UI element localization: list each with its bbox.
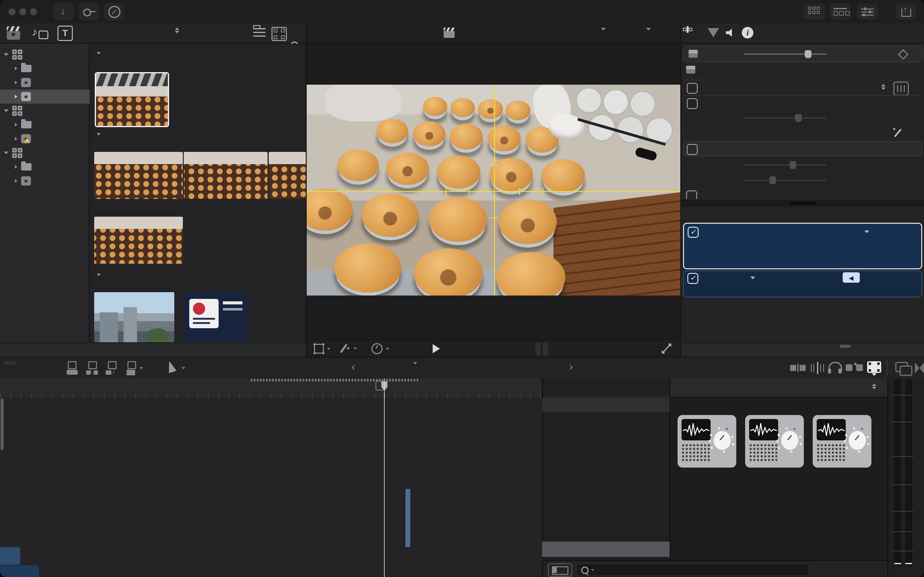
component-checkbox[interactable]: ✓: [688, 227, 699, 238]
mini-audio-meter[interactable]: [543, 343, 548, 355]
clip-appearance-icon[interactable]: [867, 361, 881, 373]
effects-category-modulation[interactable]: [542, 466, 670, 481]
clip-thumbnail[interactable]: [94, 217, 183, 264]
clip-thumbnail-city[interactable]: [94, 292, 174, 342]
tool-dropdown[interactable]: [165, 361, 189, 375]
show-media-icon[interactable]: ♪: [32, 26, 47, 40]
append-edit-button[interactable]: ↓: [106, 361, 118, 375]
sidebar-item-smart-collection-2[interactable]: [0, 118, 103, 132]
overwrite-edit-dropdown[interactable]: [125, 361, 145, 375]
clip-thumbnail[interactable]: [184, 152, 268, 199]
audio-inspector-tab[interactable]: [726, 29, 735, 37]
effects-category-specialized[interactable]: [542, 513, 670, 529]
index-button[interactable]: [4, 361, 16, 365]
clip-thumbnail-metro[interactable]: [184, 292, 247, 342]
volume-slider[interactable]: [744, 53, 827, 55]
browser-toggle-button[interactable]: [803, 4, 825, 19]
keyword-editor-button[interactable]: [79, 3, 99, 20]
effects-category-voice[interactable]: [542, 450, 670, 465]
effects-category-levels[interactable]: [542, 482, 670, 497]
viewer-view-dropdown[interactable]: [643, 28, 651, 31]
voice-amount-slider[interactable]: [744, 118, 826, 119]
disclosure-closed-icon[interactable]: [15, 137, 18, 140]
filmstrip-view-icon[interactable]: [271, 27, 287, 41]
disclosure-open-icon[interactable]: [4, 53, 8, 56]
section-header-date2[interactable]: [96, 273, 110, 277]
music-clip-label[interactable]: [0, 566, 39, 577]
eq-editor-button[interactable]: [893, 82, 909, 96]
sidebar-item-smart-collection-3[interactable]: [0, 160, 103, 174]
effects-content-header[interactable]: [670, 378, 887, 398]
noise-removal-checkbox[interactable]: [686, 190, 697, 199]
transform-tool-dropdown[interactable]: [314, 344, 331, 354]
clip-thumbnail[interactable]: [269, 152, 306, 199]
inspector-toggle-button[interactable]: [857, 4, 878, 19]
section-header-date1[interactable]: [96, 132, 110, 136]
list-view-icon[interactable]: [253, 27, 265, 39]
slider-thumb[interactable]: [769, 176, 776, 184]
playhead[interactable]: [384, 378, 384, 577]
audio-skimming-icon[interactable]: [810, 362, 825, 374]
project-thumbnail[interactable]: [95, 72, 169, 127]
video-inspector-tab[interactable]: [687, 26, 688, 33]
effect-tile-rustleremover[interactable]: [813, 415, 871, 467]
chevron-down-icon[interactable]: [750, 277, 755, 279]
insert-edit-button[interactable]: ↓: [86, 361, 99, 375]
disclosure-closed-icon[interactable]: [15, 95, 18, 98]
viewer-zoom-dropdown[interactable]: [598, 28, 606, 31]
import-media-button[interactable]: ↓: [54, 3, 74, 20]
section-header-projects[interactable]: [96, 52, 110, 55]
retime-dropdown[interactable]: [372, 343, 390, 354]
effects-category-distortion[interactable]: [542, 434, 670, 449]
sidebar-item-event-selected[interactable]: ★: [0, 90, 103, 103]
volume-slider-thumb[interactable]: [805, 50, 811, 58]
timeline-clip-sliver[interactable]: [405, 489, 410, 547]
voice-isolation-checkbox[interactable]: [687, 98, 698, 109]
loudness-amount-slider[interactable]: [744, 164, 826, 166]
effect-tile-echoremover[interactable]: [678, 415, 736, 467]
uniformity-slider[interactable]: [744, 180, 826, 181]
next-project-arrow[interactable]: ›: [569, 361, 573, 372]
sidebar-item-event-2024-06-15[interactable]: ★: [0, 76, 103, 90]
sidebar-item-smart-collection-1[interactable]: [0, 61, 103, 76]
show-projects-icon[interactable]: ★: [7, 26, 20, 40]
effects-search-field[interactable]: [576, 563, 809, 576]
show-titles-icon[interactable]: T: [58, 26, 73, 41]
slider-thumb[interactable]: [790, 161, 796, 169]
disclosure-closed-icon[interactable]: [15, 123, 18, 127]
slider-thumb[interactable]: [795, 114, 802, 122]
viewer-video[interactable]: [307, 85, 680, 295]
effects-browser-icon[interactable]: [895, 362, 911, 374]
share-button[interactable]: ↑: [896, 4, 916, 19]
background-tasks-button[interactable]: ✓: [104, 3, 124, 20]
music-clip-waveform[interactable]: [0, 547, 20, 565]
sidebar-item-library-3[interactable]: ★★★★: [0, 146, 92, 160]
save-effect-preset-button[interactable]: [840, 345, 851, 348]
timeline-toggle-button[interactable]: [830, 4, 851, 19]
effect-tile-levelmatic[interactable]: [745, 415, 804, 467]
search-input[interactable]: [598, 564, 804, 574]
disclosure-closed-icon[interactable]: [15, 81, 18, 84]
audio-enhancements-header[interactable]: [683, 66, 701, 74]
sidebar-item-library-2[interactable]: ★★★★: [0, 103, 92, 118]
keyframe-icon[interactable]: [898, 49, 908, 60]
sidebar-item-event-2024-07-21[interactable]: ★: [0, 132, 103, 146]
disclosure-closed-icon[interactable]: [15, 165, 18, 169]
connect-edit-button[interactable]: [67, 361, 79, 375]
audio-component-1[interactable]: ✓: [683, 223, 922, 269]
info-inspector-tab[interactable]: i: [742, 27, 753, 39]
inspector-splitter[interactable]: [681, 200, 924, 207]
mini-audio-meter[interactable]: [535, 343, 541, 355]
disclosure-open-icon[interactable]: [4, 151, 8, 154]
enhance-dropdown[interactable]: ✦: [343, 343, 358, 354]
sidebar-item-event-2024-08-03[interactable]: ★: [0, 174, 103, 188]
timeline-project-dropdown[interactable]: [409, 362, 418, 364]
transitions-browser-icon[interactable]: [915, 363, 924, 374]
effects-category-crumplepop[interactable]: [542, 542, 670, 557]
fullscreen-icon[interactable]: ↗↙: [661, 342, 675, 355]
traffic-light-zoom[interactable]: [30, 8, 37, 15]
disclosure-closed-icon[interactable]: [15, 67, 18, 70]
timeline-ruler[interactable]: [0, 378, 541, 398]
effects-category-spaces[interactable]: [542, 498, 670, 513]
equalization-checkbox[interactable]: [687, 83, 698, 94]
